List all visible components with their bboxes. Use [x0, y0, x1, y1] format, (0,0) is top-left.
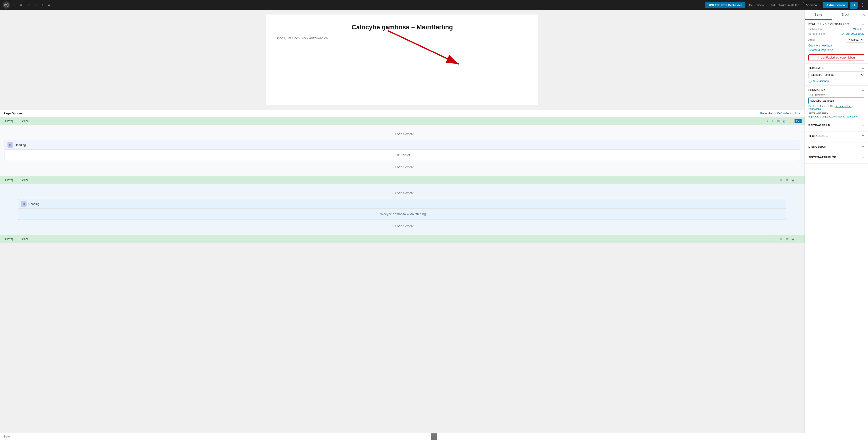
- seiten-attribute-header[interactable]: Seiten-Attribute ▼: [808, 156, 864, 159]
- section-3-divider[interactable]: + Divider: [16, 237, 30, 241]
- section-1-content: ++ Add element H Heading Pilz Porträt ++…: [0, 125, 805, 176]
- autor-select[interactable]: Navajoa: [845, 37, 864, 42]
- beitragsbild-title: Beitragsbild: [808, 124, 830, 127]
- prefer-old-link[interactable]: Prefer the old BeBuilder look?: [760, 112, 796, 115]
- block-heading-1-title: Heading: [15, 143, 26, 147]
- page-title-input[interactable]: [275, 24, 529, 31]
- textauszug-header[interactable]: Textauszug ▼: [808, 135, 864, 138]
- tab-block[interactable]: Block: [832, 10, 859, 20]
- block-heading-1-content: Pilz Porträt: [5, 150, 800, 160]
- sidebar-close-button[interactable]: ✕: [859, 10, 868, 20]
- scroll-up-button[interactable]: ↑: [431, 433, 437, 440]
- aktualisieren-button[interactable]: Aktualisieren: [823, 2, 848, 8]
- section-1-be-logo[interactable]: Be: [795, 119, 802, 123]
- section-1-divider[interactable]: + Divider: [16, 119, 30, 123]
- section-3-trash[interactable]: 🗑: [790, 237, 795, 241]
- block-heading-2: H Heading Calocybe gambosa – Mairitterli…: [18, 199, 786, 220]
- section-1-copy[interactable]: ⧉: [776, 119, 780, 123]
- permalink-section-header[interactable]: Permalink ▲: [808, 88, 864, 92]
- status-chevron: ▲: [862, 23, 864, 26]
- sichtbarkeit-label: Sichtbarkeit: [808, 28, 823, 31]
- section-1-more[interactable]: ⋮: [788, 119, 793, 123]
- section-2-add-element-top[interactable]: ++ Add element: [4, 188, 800, 197]
- tab-seite[interactable]: Seite: [805, 10, 832, 20]
- section-3-copy[interactable]: ⧉: [785, 237, 789, 241]
- section-3: + Wrap + Divider ℹ ✏ ⧉ 🗑 ⋮: [0, 235, 805, 243]
- veroeffentlichen-label: Veröffentlichen: [808, 32, 826, 35]
- permalink-section: Permalink ▲ URL-Titelform Der letzte Tei…: [805, 86, 868, 121]
- block-heading-2-content: Calocybe gambosa – Mairitterling: [19, 209, 786, 219]
- page-url-link[interactable]: https://pilze-vogtland.de/calocybe_gambo…: [808, 115, 858, 118]
- section-1-add-element-bottom[interactable]: ++ Add element: [4, 163, 800, 172]
- section-1-info[interactable]: ℹ: [766, 119, 769, 123]
- add-button[interactable]: +: [12, 2, 17, 8]
- revisionen-link[interactable]: 🕐 3 Revisionen: [808, 80, 864, 83]
- bebuilder-button[interactable]: Be Edit with BeBuilder: [706, 2, 745, 8]
- trash-button[interactable]: In den Papierkorb verschieben: [808, 54, 864, 61]
- autor-row: Autor Navajoa: [808, 37, 864, 42]
- be-preview-button[interactable]: Be Preview: [747, 2, 767, 8]
- block-heading-2-header: H Heading: [19, 199, 786, 209]
- section-1-wrap[interactable]: + Wrap: [3, 119, 16, 123]
- wp-logo[interactable]: W: [3, 1, 10, 9]
- page-options-collapse[interactable]: ▲: [798, 112, 801, 115]
- sichtbarkeit-row: Sichtbarkeit Öffentlich: [808, 28, 864, 31]
- beitragsbild-header[interactable]: Beitragsbild ▼: [808, 124, 864, 127]
- section-1-edit[interactable]: ✏: [771, 119, 775, 123]
- block-heading-2-title: Heading: [28, 202, 39, 206]
- veroeffentlichen-value[interactable]: 14. Juli 2022 10:20: [841, 32, 864, 35]
- diskussion-title: Diskussion: [808, 145, 827, 148]
- textauszug-chevron: ▼: [862, 135, 864, 138]
- section-2-actions: ℹ ✏ ⧉ 🗑 ⋮: [775, 178, 802, 182]
- section-3-more[interactable]: ⋮: [797, 237, 802, 241]
- section-2-copy[interactable]: ⧉: [785, 178, 789, 182]
- section-3-edit[interactable]: ✏: [779, 237, 783, 241]
- section-3-header: + Wrap + Divider ℹ ✏ ⧉ 🗑 ⋮: [0, 235, 805, 243]
- veroeffentlichen-row: Veröffentlichen 14. Juli 2022 10:20: [808, 32, 864, 35]
- edit-button[interactable]: ✏: [19, 2, 24, 8]
- page-subtitle: Tippe /, um einen Block auszuwählen: [275, 34, 529, 42]
- section-1-trash[interactable]: 🗑: [782, 119, 787, 123]
- section-3-wrap[interactable]: + Wrap: [3, 237, 16, 241]
- page-options-bar: Page Options Prefer the old BeBuilder lo…: [0, 110, 805, 117]
- diskussion-header[interactable]: Diskussion ▼: [808, 145, 864, 148]
- seiten-attribute-title: Seiten-Attribute: [808, 156, 836, 159]
- section-2-edit[interactable]: ✏: [779, 178, 783, 182]
- heading-icon-1: H: [7, 142, 13, 148]
- copy-draft-link[interactable]: Copy to a new draft: [808, 44, 864, 47]
- undo-button[interactable]: ↩: [26, 2, 32, 8]
- revisionen-icon: 🕐: [808, 80, 812, 83]
- be-badge: Be: [709, 4, 714, 6]
- seite-label: Seite: [4, 435, 10, 438]
- editor-canvas: Tippe /, um einen Block auszuwählen: [266, 14, 538, 105]
- section-1-add-element-top[interactable]: ++ Add element: [4, 129, 800, 138]
- info-button[interactable]: ℹ: [41, 2, 45, 8]
- bebuilder-label: Edit with BeBuilder: [715, 3, 742, 7]
- revisionen-label: 3 Revisionen: [813, 80, 829, 83]
- vorschau-button[interactable]: Vorschau: [803, 2, 821, 8]
- section-3-info[interactable]: ℹ: [775, 237, 777, 241]
- permalink-chevron: ▲: [862, 88, 864, 92]
- template-section-header[interactable]: Template ▲: [808, 66, 864, 70]
- template-select[interactable]: Standard-Template: [808, 71, 864, 78]
- bottom-bar: Seite ↑: [0, 433, 868, 440]
- permalink-input[interactable]: [808, 97, 864, 104]
- more-button[interactable]: ⋮: [859, 2, 865, 8]
- section-2-divider[interactable]: + Divider: [16, 178, 30, 182]
- permalink-desc: Der letzte Teil der URL Lies mehr über P…: [808, 105, 864, 110]
- section-2-wrap[interactable]: + Wrap: [3, 178, 16, 182]
- section-2-trash[interactable]: 🗑: [790, 178, 795, 182]
- beitragsbild-section: Beitragsbild ▼: [805, 121, 868, 132]
- rewrite-link[interactable]: Rewrite & Republish: [808, 49, 864, 52]
- section-2-add-element-bottom[interactable]: ++ Add element: [4, 222, 800, 230]
- section-2-info[interactable]: ℹ: [775, 178, 777, 182]
- status-section-header[interactable]: Status und Sichtbarkeit ▲: [808, 23, 864, 26]
- sichtbarkeit-value[interactable]: Öffentlich: [853, 28, 864, 31]
- section-2-more[interactable]: ⋮: [797, 178, 802, 182]
- settings-button[interactable]: ⚙: [850, 2, 858, 9]
- list-button[interactable]: ≡: [47, 2, 52, 8]
- main-layout: Tippe /, um einen Block auszuwählen Page…: [0, 10, 868, 440]
- beitragsbild-chevron: ▼: [862, 124, 864, 127]
- redo-button[interactable]: ↪: [33, 2, 39, 8]
- draft-button[interactable]: Auf Entwurf umstellen: [768, 2, 801, 8]
